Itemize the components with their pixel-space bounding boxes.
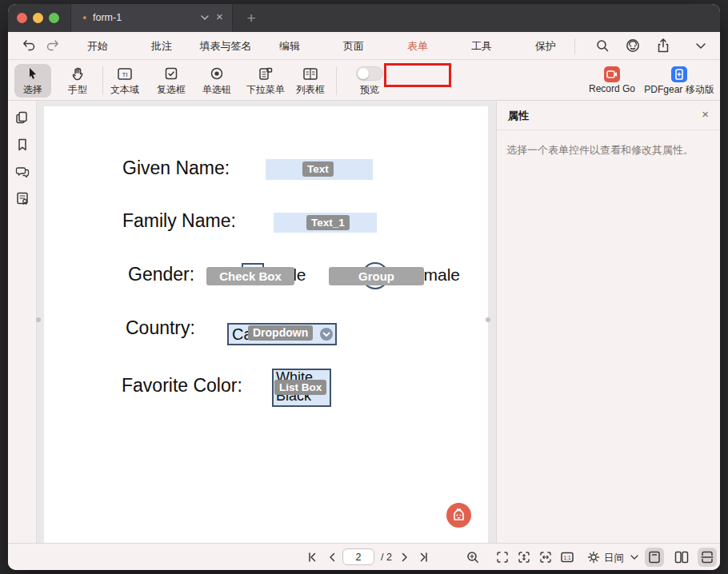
preview-toggle[interactable] — [356, 66, 383, 81]
traffic-zoom-button[interactable] — [49, 13, 59, 23]
radio-button-icon — [194, 64, 239, 82]
left-sidebar — [8, 101, 37, 543]
single-page-view-icon[interactable] — [645, 548, 664, 567]
menu-item-home[interactable]: 开始 — [66, 32, 130, 60]
record-go-icon — [582, 64, 642, 82]
traffic-minimize-button[interactable] — [33, 13, 43, 23]
tool-list-box[interactable]: 列表框 — [288, 64, 333, 98]
tool-hand[interactable]: 手型 — [55, 64, 100, 98]
tool-radio-button[interactable]: 单选钮 — [194, 64, 239, 98]
svg-text:TI: TI — [122, 71, 127, 78]
traffic-close-button[interactable] — [17, 13, 27, 23]
tab-chevron-down-icon[interactable] — [199, 11, 210, 27]
tool-select[interactable]: 选择 — [10, 64, 55, 98]
menu-item-form[interactable]: 表单 — [386, 32, 450, 60]
checkbox-icon — [149, 64, 194, 82]
form-label-family-name: Family Name: — [122, 210, 236, 232]
fit-height-icon[interactable] — [516, 549, 532, 565]
properties-panel-title: 属性 — [508, 109, 529, 123]
country-dropdown-chevron-icon[interactable] — [320, 328, 333, 341]
family-name-field-badge[interactable]: Text_1 — [306, 215, 350, 230]
previous-page-icon[interactable] — [324, 549, 340, 565]
titlebar: ● form-1 × + — [8, 4, 720, 32]
tool-dropdown-menu[interactable]: 下拉菜单 — [243, 64, 288, 98]
new-tab-button[interactable]: + — [241, 8, 262, 29]
form-label-favorite-color: Favorite Color: — [122, 375, 242, 397]
app-window: ● form-1 × + 开始 批注 填表与签名 编辑 页面 表单 工具 保护 — [8, 4, 720, 570]
cursor-arrow-icon — [10, 64, 55, 82]
properties-panel-hint: 选择一个表单控件以查看和修改其属性。 — [506, 142, 714, 158]
menu-item-fill-sign[interactable]: 填表与签名 — [194, 32, 258, 60]
tab-close-icon[interactable]: × — [216, 10, 223, 23]
page-number-input[interactable] — [342, 548, 374, 565]
hand-icon — [55, 64, 100, 82]
form-label-given-name: Given Name: — [122, 157, 230, 179]
menu-item-protect[interactable]: 保护 — [514, 32, 578, 60]
form-toolbar: 选择 手型 TI 文本域 复选框 单选钮 — [8, 60, 720, 101]
menu-items: 开始 批注 填表与签名 编辑 页面 表单 工具 保护 — [66, 32, 578, 60]
document-tab[interactable]: ● form-1 × — [70, 4, 233, 32]
statusbar: / 2 1:1 日间 — [8, 543, 720, 570]
list-box-icon — [288, 64, 333, 82]
gender-group-badge[interactable]: Group — [329, 267, 424, 285]
continuous-scroll-view-icon[interactable] — [698, 548, 717, 567]
support-icon[interactable] — [625, 38, 642, 55]
properties-panel-close-icon[interactable]: × — [702, 107, 709, 121]
last-page-icon[interactable] — [416, 549, 432, 565]
menu-item-tools[interactable]: 工具 — [450, 32, 514, 60]
theme-chevron-down-icon[interactable] — [628, 551, 644, 567]
pdf-page: Given Name: Text Family Name: Text_1 Gen… — [44, 106, 488, 543]
fit-width-icon[interactable] — [538, 549, 554, 565]
share-icon[interactable] — [655, 38, 673, 55]
ribbon-collapse-chevron-icon[interactable] — [693, 38, 710, 55]
modified-dot-icon: ● — [82, 14, 86, 22]
form-label-gender: Gender: — [128, 264, 194, 285]
menu-item-annotate[interactable]: 批注 — [130, 32, 194, 60]
bookmarks-icon[interactable] — [15, 138, 30, 152]
tool-checkbox[interactable]: 复选框 — [149, 64, 194, 98]
menubar: 开始 批注 填表与签名 编辑 页面 表单 工具 保护 — [8, 32, 720, 60]
menu-item-page[interactable]: 页面 — [322, 32, 386, 60]
theme-mode-label[interactable]: 日间 — [604, 552, 624, 565]
properties-panel: 属性 × 选择一个表单控件以查看和修改其属性。 — [496, 101, 720, 543]
dropdown-menu-icon — [243, 64, 288, 82]
day-mode-sun-icon[interactable] — [586, 549, 602, 565]
gender-checkbox-badge[interactable]: Check Box — [206, 267, 294, 285]
two-page-view-icon[interactable] — [672, 548, 691, 567]
pdfgear-mobile-icon — [637, 64, 720, 82]
comments-icon[interactable] — [15, 165, 30, 179]
menu-item-edit[interactable]: 编辑 — [258, 32, 322, 60]
page-thumbnails-icon[interactable] — [15, 110, 30, 125]
zoom-in-icon[interactable] — [465, 549, 481, 565]
tool-pdfgear-mobile[interactable]: PDFgear 移动版 — [637, 64, 720, 98]
ai-assistant-button[interactable] — [446, 503, 471, 528]
tool-text-field[interactable]: TI 文本域 — [102, 64, 147, 98]
right-scrollbar-thumb[interactable] — [486, 317, 490, 322]
left-scrollbar-thumb[interactable] — [36, 317, 41, 322]
tool-record-go[interactable]: Record Go — [582, 64, 642, 98]
panel-divider — [497, 130, 720, 130]
list-box-badge[interactable]: List Box — [274, 380, 326, 395]
actual-size-icon[interactable]: 1:1 — [559, 549, 575, 565]
country-dropdown-badge[interactable]: Dropdown — [248, 325, 313, 341]
given-name-field-badge[interactable]: Text — [302, 161, 334, 177]
page-total-label: / 2 — [381, 552, 392, 563]
fit-page-icon[interactable] — [494, 549, 510, 565]
first-page-icon[interactable] — [304, 549, 320, 565]
content-area: Given Name: Text Family Name: Text_1 Gen… — [8, 101, 720, 543]
text-field-icon: TI — [102, 64, 147, 82]
signature-certificate-icon[interactable] — [15, 191, 30, 205]
svg-text:1:1: 1:1 — [563, 555, 570, 560]
next-page-icon[interactable] — [397, 549, 413, 565]
redo-icon[interactable] — [45, 38, 62, 55]
undo-icon[interactable] — [21, 38, 38, 55]
search-icon[interactable] — [594, 38, 612, 55]
form-label-country: Country: — [126, 317, 195, 339]
tab-title: form-1 — [93, 12, 122, 23]
tool-preview[interactable]: 预览 — [347, 64, 392, 98]
